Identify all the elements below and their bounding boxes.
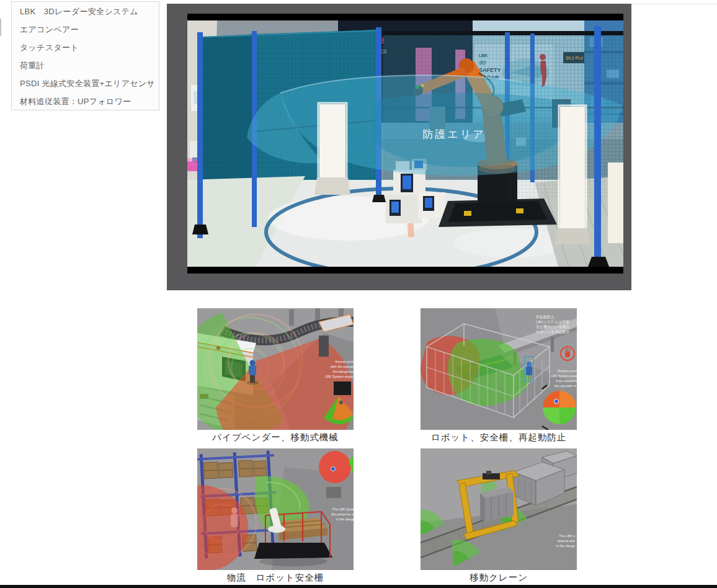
protection-area-label: 防護エリア — [422, 128, 485, 140]
svg-text:The LBK s: The LBK s — [559, 534, 575, 538]
sidebar-menu: LBK 3Dレーダー安全システム エアコンベアー タッチスタート 荷重計 PSD… — [11, 1, 159, 110]
svg-text:LBK System stops t: LBK System stops t — [325, 375, 354, 378]
sidebar-item-touch-start[interactable]: タッチスタート — [12, 38, 159, 56]
thumbnail-logistics-image: The LBK Syste the presence of in the dan… — [197, 448, 354, 570]
video-player[interactable]: P-ecise Mechatronics LBK 3D SAFETY RADAR… — [167, 4, 631, 290]
page-edge-artifact — [0, 19, 1, 36]
svg-text:再起動防止：: 再起動防止： — [536, 314, 558, 319]
thumbnail-caption: パイプベンダー、移動式機械 — [197, 432, 354, 443]
svg-text:Restart preve: Restart preve — [558, 369, 577, 373]
video-frame[interactable]: P-ecise Mechatronics LBK 3D SAFETY RADAR… — [187, 14, 623, 274]
photo-content: P-ecise Mechatronics LBK 3D SAFETY RADAR… — [187, 20, 623, 274]
svg-text:in the dange: in the dange — [336, 517, 354, 521]
thumbnail-caption: 物流 ロボット安全柵 — [197, 572, 354, 584]
exhibit-photo: P-ecise Mechatronics LBK 3D SAFETY RADAR… — [187, 14, 623, 274]
svg-text:detects obs: detects obs — [558, 539, 575, 543]
sidebar-menu-list: LBK 3Dレーダー安全システム エアコンベアー タッチスタート 荷重計 PSD… — [12, 2, 159, 110]
thumbnail-logistics: The LBK Syste the presence of in the dan… — [197, 448, 354, 584]
svg-text:LBKシステムは作業: LBKシステムは作業 — [536, 320, 569, 324]
svg-text:from restarting: from restarting — [556, 379, 577, 383]
svg-text:Access prote: Access prote — [335, 360, 354, 363]
thumbnail-robot-fence-image: 再起動防止： LBKシステムは作業 安全柵内にいる場合 ロボットを再起動さ Re… — [421, 308, 577, 430]
page-root: { "sidebar": { "items": [ { "label": "LB… — [0, 0, 717, 588]
person-silhouette — [231, 507, 238, 527]
page-bottom-bar — [0, 585, 717, 588]
thumbnail-pipe-bender-image: Access prote with the operato the danger… — [197, 308, 354, 430]
thumbnail-caption: ロボット、安全柵、再起動防止 — [421, 432, 577, 443]
svg-text:ロボットを再起動さ: ロボットを再起動さ — [536, 329, 570, 334]
svg-text:in the dange: in the dange — [556, 544, 575, 548]
sidebar-item-lbk-3d-radar[interactable]: LBK 3Dレーダー安全システム — [12, 2, 159, 20]
sidebar-item-air-conveyor[interactable]: エアコンベアー — [12, 20, 159, 38]
stop-hand-icon — [561, 347, 574, 360]
content-divider-line — [631, 4, 717, 4]
sidebar-item-load-meter[interactable]: 荷重計 — [12, 56, 159, 74]
svg-text:the presence of: the presence of — [331, 512, 354, 516]
svg-text:The LBK Syste: The LBK Syste — [332, 507, 354, 511]
svg-text:the dangerous: the dangerous — [333, 370, 354, 373]
thumbnail-robot-fence: 再起動防止： LBKシステムは作業 安全柵内にいる場合 ロボットを再起動さ Re… — [421, 308, 577, 443]
thumbnail-pipe-bender: Access prote with the operato the danger… — [197, 308, 354, 443]
svg-text:LBK System keep: LBK System keep — [551, 374, 577, 378]
thumbnail-mobile-crane: The LBK s detects obs in the dange 移動クレー… — [421, 448, 577, 584]
svg-text:the operator is i: the operator is i — [554, 384, 577, 388]
sidebar-item-psdi-sensor[interactable]: PSDI 光線式安全装置+エリアセンサ — [12, 74, 159, 92]
thumbnail-mobile-crane-image: The LBK s detects obs in the dange — [421, 448, 577, 570]
svg-text:with the operato: with the operato — [330, 365, 354, 368]
annotation-text: The LBK s detects obs in the dange — [556, 534, 576, 548]
sidebar-item-up-follower[interactable]: 材料追従装置：UPフォロワー — [12, 92, 159, 110]
svg-text:安全柵内にいる場合: 安全柵内にいる場合 — [536, 324, 569, 329]
thumbnail-caption: 移動クレーン — [421, 572, 577, 584]
